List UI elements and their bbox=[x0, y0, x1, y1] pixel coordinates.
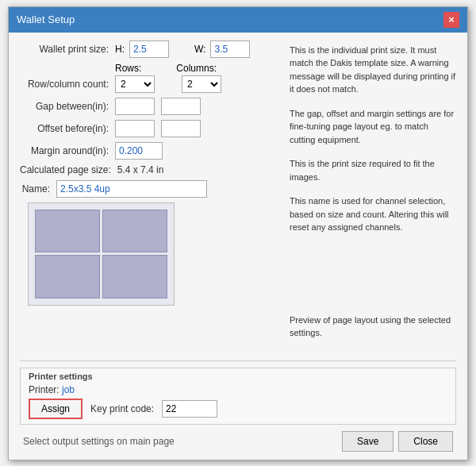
h-label: H: bbox=[115, 44, 125, 55]
printer-info-row: Printer: job bbox=[29, 384, 447, 395]
printer-label: Printer: bbox=[29, 384, 60, 395]
preview-box bbox=[28, 202, 175, 306]
main-content: Wallet print size: H: W: Rows: Columns: bbox=[20, 40, 456, 354]
printer-section-title: Printer settings bbox=[29, 372, 447, 381]
gap-between-label: Gap between(in): bbox=[20, 101, 115, 112]
rows-label: Rows: bbox=[115, 63, 141, 74]
height-input[interactable] bbox=[129, 40, 169, 58]
right-text-3: This is the print size required to fit t… bbox=[290, 157, 456, 183]
w-label: W: bbox=[194, 44, 205, 55]
name-input[interactable] bbox=[56, 180, 207, 198]
width-input[interactable] bbox=[210, 40, 250, 58]
offset-w-input[interactable] bbox=[161, 120, 201, 137]
printer-value: job bbox=[62, 384, 75, 395]
preview-label: Preview of page layout using the selecte… bbox=[290, 314, 456, 340]
close-button[interactable]: Close bbox=[398, 431, 453, 452]
name-row: Name: bbox=[20, 180, 282, 198]
key-print-code-input[interactable] bbox=[162, 400, 217, 418]
status-text: Select output settings on main page bbox=[23, 436, 175, 447]
columns-label: Columns: bbox=[176, 63, 217, 74]
calculated-page-size-label: Calculated page size: bbox=[20, 164, 117, 175]
key-print-code-label: Key print code: bbox=[90, 403, 154, 414]
rows-select[interactable]: 1 2 3 4 bbox=[115, 75, 155, 93]
right-panel: This is the individual print size. It mu… bbox=[290, 40, 456, 354]
row-column-count-row: Row/column count: 1 2 3 4 1 2 3 bbox=[20, 75, 282, 93]
wallet-print-size-row: Wallet print size: H: W: bbox=[20, 40, 282, 58]
wallet-print-size-label: Wallet print size: bbox=[20, 44, 115, 55]
preview-area bbox=[20, 202, 282, 306]
gap-w-input[interactable] bbox=[161, 98, 201, 115]
offset-h-input[interactable] bbox=[115, 120, 155, 137]
title-bar: Wallet Setup × bbox=[9, 7, 467, 33]
bottom-row: Select output settings on main page Save… bbox=[20, 431, 456, 452]
right-text-1: This is the individual print size. It mu… bbox=[290, 44, 456, 96]
gap-between-row: Gap between(in): bbox=[20, 98, 282, 115]
button-group: Save Close bbox=[342, 431, 453, 452]
calculated-page-size-value: 5.4 x 7.4 in bbox=[117, 164, 164, 175]
section-divider bbox=[20, 360, 456, 361]
preview-cell-bl bbox=[35, 255, 100, 298]
offset-before-label: Offset before(in): bbox=[20, 123, 115, 134]
margin-input[interactable] bbox=[115, 142, 163, 160]
dialog-title: Wallet Setup bbox=[17, 13, 75, 25]
printer-controls-row: Assign Key print code: bbox=[29, 399, 447, 419]
preview-cell-br bbox=[102, 255, 167, 298]
save-button[interactable]: Save bbox=[342, 431, 393, 452]
left-panel: Wallet print size: H: W: Rows: Columns: bbox=[20, 40, 282, 354]
right-text-2: The gap, offset and margin settings are … bbox=[290, 107, 456, 147]
preview-grid bbox=[29, 203, 174, 305]
offset-before-row: Offset before(in): bbox=[20, 120, 282, 137]
row-column-count-label: Row/column count: bbox=[20, 79, 115, 90]
close-x-button[interactable]: × bbox=[443, 12, 459, 28]
dialog-body: Wallet print size: H: W: Rows: Columns: bbox=[9, 33, 467, 460]
name-label: Name: bbox=[20, 183, 56, 194]
margin-around-label: Margin around(in): bbox=[20, 145, 115, 156]
gap-h-input[interactable] bbox=[115, 98, 155, 115]
preview-cell-tl bbox=[35, 210, 100, 253]
calculated-page-size-row: Calculated page size: 5.4 x 7.4 in bbox=[20, 164, 282, 175]
wallet-setup-dialog: Wallet Setup × Wallet print size: H: W: bbox=[8, 6, 468, 460]
columns-select[interactable]: 1 2 3 4 bbox=[182, 75, 221, 93]
printer-settings-section: Printer settings Printer: job Assign Key… bbox=[20, 368, 456, 425]
right-text-4: This name is used for channel selection,… bbox=[290, 194, 456, 234]
preview-cell-tr bbox=[102, 210, 167, 253]
assign-button[interactable]: Assign bbox=[29, 399, 83, 419]
margin-around-row: Margin around(in): bbox=[20, 142, 282, 160]
